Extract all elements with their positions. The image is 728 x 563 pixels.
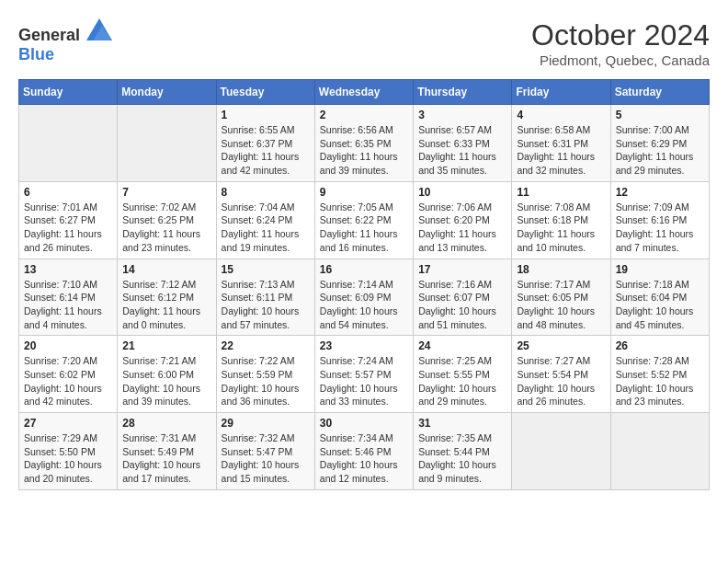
day-number: 15 [222, 263, 310, 276]
weekday-header-tuesday: Tuesday [216, 80, 314, 105]
calendar-cell: 19Sunrise: 7:18 AMSunset: 6:04 PMDayligh… [610, 259, 709, 336]
day-info: Sunrise: 7:21 AMSunset: 6:00 PMDaylight:… [122, 354, 210, 408]
calendar-cell: 4Sunrise: 6:58 AMSunset: 6:31 PMDaylight… [512, 105, 610, 182]
logo-text: General Blue [18, 18, 112, 64]
day-info: Sunrise: 7:34 AMSunset: 5:46 PMDaylight:… [320, 431, 408, 486]
weekday-header-monday: Monday [118, 80, 216, 105]
calendar-cell: 7Sunrise: 7:02 AMSunset: 6:25 PMDaylight… [118, 181, 216, 259]
weekday-header-sunday: Sunday [19, 80, 118, 105]
logo-blue: Blue [18, 45, 54, 63]
calendar-cell: 24Sunrise: 7:25 AMSunset: 5:55 PMDayligh… [414, 336, 512, 413]
logo-icon [86, 18, 112, 40]
calendar-cell: 14Sunrise: 7:12 AMSunset: 6:12 PMDayligh… [118, 259, 216, 336]
day-number: 16 [320, 263, 408, 276]
calendar-week-row: 13Sunrise: 7:10 AMSunset: 6:14 PMDayligh… [19, 259, 710, 336]
calendar-cell: 31Sunrise: 7:35 AMSunset: 5:44 PMDayligh… [414, 413, 512, 490]
weekday-header-row: SundayMondayTuesdayWednesdayThursdayFrid… [19, 80, 710, 105]
calendar-cell: 8Sunrise: 7:04 AMSunset: 6:24 PMDaylight… [216, 181, 314, 259]
day-info: Sunrise: 7:12 AMSunset: 6:12 PMDaylight:… [122, 278, 210, 332]
day-number: 19 [616, 263, 704, 276]
day-number: 13 [24, 263, 112, 276]
title-section: October 2024 Piedmont, Quebec, Canada [531, 18, 710, 68]
month-title: October 2024 [531, 18, 710, 52]
day-number: 23 [320, 339, 408, 352]
day-info: Sunrise: 7:13 AMSunset: 6:11 PMDaylight:… [222, 278, 310, 332]
day-number: 12 [616, 186, 704, 199]
weekday-header-wednesday: Wednesday [314, 80, 413, 105]
day-info: Sunrise: 6:56 AMSunset: 6:35 PMDaylight:… [320, 123, 408, 178]
day-info: Sunrise: 7:08 AMSunset: 6:18 PMDaylight:… [517, 201, 605, 255]
calendar-cell: 28Sunrise: 7:31 AMSunset: 5:49 PMDayligh… [118, 413, 216, 490]
day-info: Sunrise: 6:55 AMSunset: 6:37 PMDaylight:… [222, 123, 310, 178]
day-info: Sunrise: 7:00 AMSunset: 6:29 PMDaylight:… [616, 123, 704, 178]
day-info: Sunrise: 7:24 AMSunset: 5:57 PMDaylight:… [320, 354, 408, 408]
day-number: 7 [122, 186, 210, 199]
day-number: 18 [517, 263, 605, 276]
day-info: Sunrise: 7:14 AMSunset: 6:09 PMDaylight:… [320, 278, 408, 332]
calendar-cell: 9Sunrise: 7:05 AMSunset: 6:22 PMDaylight… [314, 181, 413, 259]
page-header: General Blue October 2024 Piedmont, Queb… [18, 18, 710, 68]
logo-general: General [18, 26, 80, 44]
calendar-cell: 11Sunrise: 7:08 AMSunset: 6:18 PMDayligh… [512, 181, 610, 259]
day-number: 8 [222, 186, 310, 199]
day-number: 6 [24, 186, 112, 199]
day-info: Sunrise: 7:16 AMSunset: 6:07 PMDaylight:… [418, 278, 506, 332]
day-info: Sunrise: 7:18 AMSunset: 6:04 PMDaylight:… [616, 278, 704, 332]
location-title: Piedmont, Quebec, Canada [531, 52, 710, 68]
weekday-header-thursday: Thursday [414, 80, 512, 105]
day-number: 14 [122, 263, 210, 276]
calendar-cell [610, 413, 709, 490]
calendar-cell: 5Sunrise: 7:00 AMSunset: 6:29 PMDaylight… [610, 105, 709, 182]
calendar-cell: 16Sunrise: 7:14 AMSunset: 6:09 PMDayligh… [314, 259, 413, 336]
day-number: 11 [517, 186, 605, 199]
calendar-week-row: 6Sunrise: 7:01 AMSunset: 6:27 PMDaylight… [19, 181, 710, 259]
calendar-cell [118, 105, 216, 182]
day-info: Sunrise: 7:22 AMSunset: 5:59 PMDaylight:… [222, 354, 310, 408]
day-number: 2 [320, 109, 408, 121]
day-number: 31 [418, 417, 506, 430]
calendar-cell: 3Sunrise: 6:57 AMSunset: 6:33 PMDaylight… [414, 105, 512, 182]
weekday-header-saturday: Saturday [610, 80, 709, 105]
day-number: 1 [222, 109, 310, 121]
calendar-table: SundayMondayTuesdayWednesdayThursdayFrid… [18, 79, 710, 490]
day-number: 30 [320, 417, 408, 430]
calendar-cell: 17Sunrise: 7:16 AMSunset: 6:07 PMDayligh… [414, 259, 512, 336]
calendar-cell: 27Sunrise: 7:29 AMSunset: 5:50 PMDayligh… [19, 413, 118, 490]
calendar-cell: 21Sunrise: 7:21 AMSunset: 6:00 PMDayligh… [118, 336, 216, 413]
day-info: Sunrise: 7:35 AMSunset: 5:44 PMDaylight:… [418, 431, 506, 486]
day-info: Sunrise: 7:20 AMSunset: 6:02 PMDaylight:… [24, 354, 112, 408]
day-number: 28 [122, 417, 210, 430]
day-number: 4 [517, 109, 605, 121]
calendar-cell: 29Sunrise: 7:32 AMSunset: 5:47 PMDayligh… [216, 413, 314, 490]
day-info: Sunrise: 7:29 AMSunset: 5:50 PMDaylight:… [24, 431, 112, 486]
day-number: 3 [418, 109, 506, 121]
day-number: 20 [24, 339, 112, 352]
calendar-cell: 2Sunrise: 6:56 AMSunset: 6:35 PMDaylight… [314, 105, 413, 182]
calendar-cell: 30Sunrise: 7:34 AMSunset: 5:46 PMDayligh… [314, 413, 413, 490]
calendar-cell: 10Sunrise: 7:06 AMSunset: 6:20 PMDayligh… [414, 181, 512, 259]
calendar-cell: 15Sunrise: 7:13 AMSunset: 6:11 PMDayligh… [216, 259, 314, 336]
calendar-cell: 13Sunrise: 7:10 AMSunset: 6:14 PMDayligh… [19, 259, 118, 336]
day-number: 26 [616, 339, 704, 352]
day-number: 9 [320, 186, 408, 199]
day-number: 27 [24, 417, 112, 430]
calendar-week-row: 1Sunrise: 6:55 AMSunset: 6:37 PMDaylight… [19, 105, 710, 182]
calendar-week-row: 20Sunrise: 7:20 AMSunset: 6:02 PMDayligh… [19, 336, 710, 413]
calendar-week-row: 27Sunrise: 7:29 AMSunset: 5:50 PMDayligh… [19, 413, 710, 490]
calendar-cell: 18Sunrise: 7:17 AMSunset: 6:05 PMDayligh… [512, 259, 610, 336]
day-info: Sunrise: 7:09 AMSunset: 6:16 PMDaylight:… [616, 201, 704, 255]
calendar-cell: 22Sunrise: 7:22 AMSunset: 5:59 PMDayligh… [216, 336, 314, 413]
day-info: Sunrise: 7:28 AMSunset: 5:52 PMDaylight:… [616, 354, 704, 408]
logo: General Blue [18, 18, 112, 64]
day-info: Sunrise: 6:57 AMSunset: 6:33 PMDaylight:… [418, 123, 506, 178]
calendar-cell [512, 413, 610, 490]
calendar-cell: 26Sunrise: 7:28 AMSunset: 5:52 PMDayligh… [610, 336, 709, 413]
day-info: Sunrise: 7:10 AMSunset: 6:14 PMDaylight:… [24, 278, 112, 332]
day-info: Sunrise: 7:27 AMSunset: 5:54 PMDaylight:… [517, 354, 605, 408]
day-number: 5 [616, 109, 704, 121]
calendar-cell: 12Sunrise: 7:09 AMSunset: 6:16 PMDayligh… [610, 181, 709, 259]
day-info: Sunrise: 7:31 AMSunset: 5:49 PMDaylight:… [122, 431, 210, 486]
day-info: Sunrise: 7:05 AMSunset: 6:22 PMDaylight:… [320, 201, 408, 255]
day-info: Sunrise: 7:32 AMSunset: 5:47 PMDaylight:… [222, 431, 310, 486]
day-info: Sunrise: 7:02 AMSunset: 6:25 PMDaylight:… [122, 201, 210, 255]
